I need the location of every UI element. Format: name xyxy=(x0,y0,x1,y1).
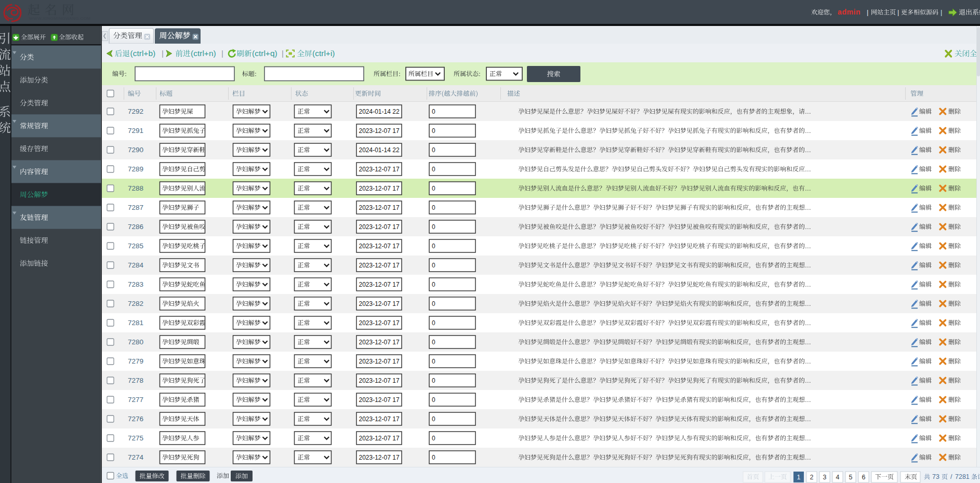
svg-text:7276: 7276 xyxy=(128,415,143,423)
svg-text:WWW.XINGMINGWANG.COM: WWW.XINGMINGWANG.COM xyxy=(29,16,90,21)
svg-text:0: 0 xyxy=(432,435,435,442)
svg-text:2023-12-07 17: 2023-12-07 17 xyxy=(359,319,400,327)
svg-text:5: 5 xyxy=(849,474,853,481)
svg-text:7281: 7281 xyxy=(955,473,970,480)
svg-text:7285: 7285 xyxy=(128,242,143,250)
svg-text:0: 0 xyxy=(432,415,435,423)
svg-text:2023-12-07 17: 2023-12-07 17 xyxy=(359,127,400,135)
svg-text:7290: 7290 xyxy=(128,146,143,154)
svg-text:2023-12-07 17: 2023-12-07 17 xyxy=(359,454,400,461)
svg-text:0: 0 xyxy=(432,243,435,250)
svg-text:2023-12-07 17: 2023-12-07 17 xyxy=(359,339,400,346)
svg-text:7279: 7279 xyxy=(128,357,143,365)
svg-text:2023-12-07 17: 2023-12-07 17 xyxy=(359,435,400,442)
svg-text:7286: 7286 xyxy=(128,223,143,231)
svg-text:4: 4 xyxy=(836,474,840,481)
svg-text:7291: 7291 xyxy=(128,127,143,135)
svg-text:2023-12-07 17: 2023-12-07 17 xyxy=(359,185,400,192)
svg-text:admin: admin xyxy=(838,8,860,16)
svg-text:(ctrl+q): (ctrl+q) xyxy=(252,49,277,58)
svg-text:(ctrl+b): (ctrl+b) xyxy=(130,49,156,58)
svg-text:2023-12-07 17: 2023-12-07 17 xyxy=(359,243,400,250)
svg-text:1: 1 xyxy=(797,474,801,481)
svg-text:7284: 7284 xyxy=(128,261,144,269)
svg-text:0: 0 xyxy=(432,339,435,346)
svg-text:7292: 7292 xyxy=(128,108,143,115)
svg-text:0: 0 xyxy=(432,358,435,365)
svg-text:0: 0 xyxy=(432,377,435,384)
svg-text:7274: 7274 xyxy=(128,453,144,461)
svg-text:6: 6 xyxy=(862,474,866,481)
svg-text:|: | xyxy=(282,49,284,58)
svg-text:0: 0 xyxy=(432,108,435,115)
svg-text:0: 0 xyxy=(432,223,435,231)
svg-text:2023-12-07 17: 2023-12-07 17 xyxy=(359,377,400,384)
svg-text:|: | xyxy=(941,8,942,16)
svg-text:7280: 7280 xyxy=(128,338,143,346)
svg-text:7289: 7289 xyxy=(128,165,143,173)
svg-text:|: | xyxy=(221,49,223,58)
svg-text:2023-12-07 17: 2023-12-07 17 xyxy=(359,223,400,231)
svg-text:0: 0 xyxy=(432,300,435,307)
svg-text:7277: 7277 xyxy=(128,396,143,404)
svg-text:7278: 7278 xyxy=(128,377,143,384)
svg-text:73: 73 xyxy=(932,473,939,480)
svg-text:|: | xyxy=(162,49,164,58)
svg-text:0: 0 xyxy=(432,127,435,135)
svg-text:2023-12-07 17: 2023-12-07 17 xyxy=(359,166,400,173)
svg-text:|: | xyxy=(897,8,899,16)
svg-text:2024-01-14 22: 2024-01-14 22 xyxy=(359,108,400,115)
svg-text:7282: 7282 xyxy=(128,300,143,307)
svg-text:2023-12-07 17: 2023-12-07 17 xyxy=(359,262,400,269)
svg-text:7283: 7283 xyxy=(128,280,143,288)
svg-text:(ctrl+i): (ctrl+i) xyxy=(312,49,335,58)
svg-text:7287: 7287 xyxy=(128,204,143,211)
svg-text:2024-01-14 22: 2024-01-14 22 xyxy=(359,146,400,154)
svg-text:7281: 7281 xyxy=(128,319,143,327)
svg-text:2023-12-07 17: 2023-12-07 17 xyxy=(359,204,400,211)
svg-text:0: 0 xyxy=(432,204,435,211)
svg-text:2023-12-07 17: 2023-12-07 17 xyxy=(359,415,400,423)
svg-text:0: 0 xyxy=(432,319,435,327)
svg-text:/: / xyxy=(950,473,952,480)
svg-text:0: 0 xyxy=(432,262,435,269)
svg-text:2023-12-07 17: 2023-12-07 17 xyxy=(359,300,400,307)
svg-text:0: 0 xyxy=(432,146,435,154)
svg-text:2023-12-07 17: 2023-12-07 17 xyxy=(359,396,400,404)
svg-text:|: | xyxy=(867,8,868,16)
svg-text:3: 3 xyxy=(823,474,827,481)
svg-text:0: 0 xyxy=(432,396,435,404)
svg-text:0: 0 xyxy=(432,166,435,173)
svg-text:7288: 7288 xyxy=(128,184,143,192)
svg-text:(ctrl+n): (ctrl+n) xyxy=(191,49,216,58)
svg-text:0: 0 xyxy=(432,281,435,288)
svg-text:2023-12-07 17: 2023-12-07 17 xyxy=(359,358,400,365)
svg-text:0: 0 xyxy=(432,454,435,461)
svg-text:2: 2 xyxy=(810,474,814,481)
svg-text:0: 0 xyxy=(432,185,435,192)
svg-text:2023-12-07 17: 2023-12-07 17 xyxy=(359,281,400,288)
svg-text:7275: 7275 xyxy=(128,434,143,442)
